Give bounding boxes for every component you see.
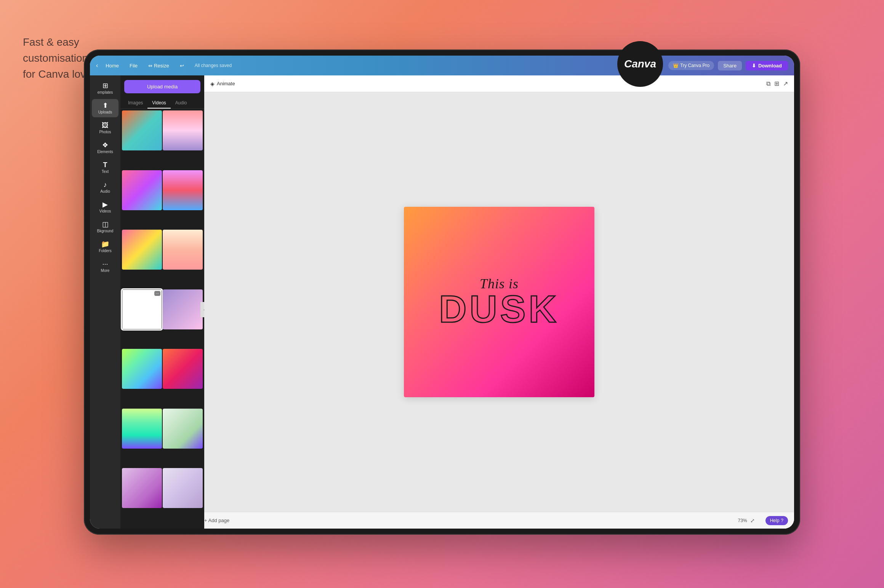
sidebar-label-templates: emplates [98,90,113,94]
sidebar-label-folders: Folders [99,249,111,253]
file-button[interactable]: File [127,61,141,70]
templates-icon: ⊞ [102,82,108,89]
canvas-background: This is DUSK [404,207,594,397]
share-button[interactable]: Share [718,61,742,70]
media-cell-3[interactable] [122,170,162,210]
animate-icon: ◈ [210,81,215,87]
sidebar-label-audio: Audio [100,189,110,193]
back-chevron-icon[interactable]: ‹ [96,62,98,69]
sidebar-item-templates[interactable]: ⊞ emplates [92,79,119,97]
sidebar-item-videos[interactable]: ▶ Videos [92,198,119,216]
crown-icon: 👑 [673,63,679,68]
canvas-text-block: This is DUSK [439,276,559,326]
sidebar-label-more: More [101,268,110,273]
duplicate-icon[interactable]: ⊞ [774,80,779,87]
download-icon: ⬇ [752,63,756,69]
upload-media-button[interactable]: Upload media [124,80,200,93]
sidebar-label-elements: Elements [97,150,113,154]
canvas-dusk-text: DUSK [439,292,559,326]
animate-button[interactable]: ◈ Animate [210,81,235,87]
help-button[interactable]: Help ? [765,516,788,525]
canvas-main: This is DUSK [204,92,794,512]
topbar-left: ‹ Home File ⇔ Resize ↩ All changes saved [96,61,640,70]
media-cell-14[interactable] [163,468,203,508]
zoom-expand-icon[interactable]: ⤢ [750,518,755,524]
uploads-icon: ⬆ [102,102,108,109]
sidebar-label-uploads: Uploads [98,110,112,114]
canvas-area: ◈ Animate ⧉ ⊞ ↗ This is [204,75,794,529]
sidebar-item-text[interactable]: T Text [92,158,119,177]
sidebar-item-elements[interactable]: ❖ Elements [92,139,119,157]
media-cell-1[interactable] [122,110,162,150]
tab-videos[interactable]: Videos [147,98,170,109]
zoom-value: 73% [738,518,747,523]
more-icon: ··· [102,260,108,267]
media-cell-12[interactable] [163,409,203,449]
sidebar-label-videos: Videos [99,209,111,213]
media-cell-10[interactable] [163,349,203,389]
elements-icon: ❖ [102,142,108,149]
topbar-right: <Hello 👑 Try Canva Pro Share ⬇ Download [644,61,788,70]
media-cell-4[interactable] [163,170,203,210]
sidebar-item-folders[interactable]: 📁 Folders [92,238,119,256]
copy-icon[interactable]: ⧉ [766,80,770,87]
media-options-icon[interactable]: ··· [154,291,160,296]
tab-audio[interactable]: Audio [171,98,192,109]
media-cell-6[interactable] [163,230,203,270]
undo-button[interactable]: ↩ [177,61,187,70]
saved-status: All changes saved [195,63,232,68]
zoom-area: 73% ⤢ [738,518,755,524]
main-content: ⊞ emplates ⬆ Uploads 🖼 Photos ❖ Elements… [90,75,794,529]
media-cell-13[interactable] [122,468,162,508]
media-cell-9[interactable] [122,349,162,389]
sidebar-item-uploads[interactable]: ⬆ Uploads [92,99,119,117]
media-cell-11[interactable] [122,409,162,449]
resize-button[interactable]: ⇔ Resize [145,61,172,70]
media-cell-8[interactable] [163,289,203,329]
resize-icon: ⇔ [148,63,152,69]
try-pro-button[interactable]: 👑 Try Canva Pro [668,61,714,70]
sidebar-label-text: Text [102,169,109,174]
canvas-tools-right: ⧉ ⊞ ↗ [766,80,788,87]
download-button[interactable]: ⬇ Download [746,61,788,70]
photos-icon: 🖼 [102,122,109,129]
sidebar: ⊞ emplates ⬆ Uploads 🖼 Photos ❖ Elements… [90,75,120,529]
help-icon: ? [781,518,783,523]
media-grid: ··· [120,109,204,529]
sidebar-item-more[interactable]: ··· More [92,257,119,276]
tab-images[interactable]: Images [123,98,147,109]
export-icon[interactable]: ↗ [783,80,788,87]
sidebar-item-photos[interactable]: 🖼 Photos [92,119,119,137]
left-panel: Upload media Images Videos Audio [120,75,204,529]
canvas-document[interactable]: This is DUSK [404,207,594,397]
canvas-toolbar: ◈ Animate ⧉ ⊞ ↗ [204,75,794,92]
sidebar-item-audio[interactable]: ♪ Audio [92,178,119,197]
canvas-footer: + Add page 73% ⤢ Help ? [204,512,794,529]
sidebar-label-background: Bkground [97,229,114,233]
tabs-bar: Images Videos Audio [120,98,204,109]
canva-logo: Canva [617,41,663,87]
sidebar-label-photos: Photos [99,130,111,134]
background-icon: ◫ [102,221,109,228]
home-button[interactable]: Home [102,61,122,70]
audio-icon: ♪ [104,181,107,188]
videos-icon: ▶ [102,201,108,208]
panel-collapse-button[interactable]: ‹ [200,302,204,317]
media-cell-7[interactable]: ··· [122,289,162,329]
sidebar-item-background[interactable]: ◫ Bkground [92,218,119,236]
folders-icon: 📁 [101,241,109,248]
tablet-frame: ‹ Home File ⇔ Resize ↩ All changes saved… [84,50,800,535]
media-cell-2[interactable] [163,110,203,150]
text-icon: T [103,161,107,168]
tablet-screen: ‹ Home File ⇔ Resize ↩ All changes saved… [90,56,794,529]
add-page-button[interactable]: + Add page [204,518,229,523]
media-cell-5[interactable] [122,230,162,270]
topbar: ‹ Home File ⇔ Resize ↩ All changes saved… [90,56,794,75]
